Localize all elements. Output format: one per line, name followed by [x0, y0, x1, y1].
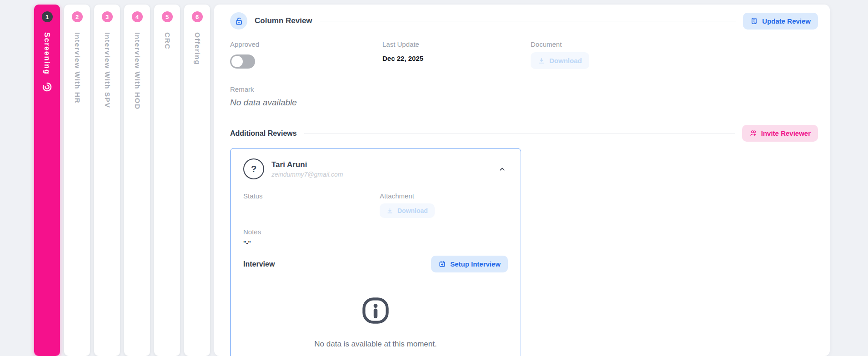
stage-tab-interview-hr[interactable]: 2 Interview With HR [64, 5, 90, 356]
interview-title: Interview [243, 260, 275, 268]
interview-header: Interview Setup Interview [243, 256, 508, 272]
stage-number-badge: 5 [162, 11, 173, 22]
stage-tab-interview-hod[interactable]: 4 Interview With HOD [124, 5, 150, 356]
remark-value: No data available [230, 98, 818, 108]
setup-interview-button[interactable]: Setup Interview [431, 256, 508, 272]
stage-number-badge: 3 [102, 11, 113, 22]
update-review-button[interactable]: Update Review [743, 13, 818, 30]
remark-label: Remark [230, 85, 818, 93]
stage-tab-label: Interview With HR [73, 32, 81, 104]
approved-label: Approved [230, 40, 382, 48]
attachment-label: Attachment [380, 192, 508, 200]
stage-tab-screening[interactable]: 1 Screening [34, 5, 60, 356]
notes-label: Notes [243, 228, 508, 236]
notes-field: Notes "-" [243, 228, 508, 247]
stage-number-badge: 2 [72, 11, 83, 22]
reviewer-name: Tari Aruni [271, 160, 343, 169]
additional-reviews-divider [304, 133, 735, 134]
attachment-field: Attachment Download [380, 192, 508, 218]
last-update-field: Last Update Dec 22, 2025 [382, 40, 531, 69]
download-icon [386, 208, 393, 214]
interview-empty-state: No data is available at this moment. [243, 296, 508, 349]
setup-interview-label: Setup Interview [450, 260, 501, 268]
document-label: Document [531, 40, 818, 48]
invite-reviewer-label: Invite Reviewer [761, 129, 811, 137]
invite-reviewer-button[interactable]: Invite Reviewer [742, 125, 818, 142]
stage-tab-label: Interview With HOD [133, 32, 141, 110]
update-review-label: Update Review [762, 17, 811, 25]
lock-open-icon [230, 12, 247, 30]
reviewer-fields: Status Attachment Download [243, 192, 508, 218]
download-icon [538, 57, 545, 64]
approved-field: Approved [230, 40, 382, 69]
column-review-panel: Column Review Update Review Approved [214, 5, 830, 356]
avatar: ? [243, 158, 264, 179]
last-update-value: Dec 22, 2025 [382, 54, 531, 62]
document-download-button[interactable]: Download [531, 52, 589, 69]
notes-value: "-" [243, 240, 508, 247]
stage-tab-interview-spv[interactable]: 3 Interview With SPV [94, 5, 120, 356]
chevron-up-icon [498, 165, 506, 173]
reviewer-email: zeindummy7@gmail.com [271, 171, 343, 178]
stage-number-badge: 1 [42, 11, 53, 22]
last-update-label: Last Update [382, 40, 531, 48]
reviewer-card-header[interactable]: ? Tari Aruni zeindummy7@gmail.com [243, 158, 508, 179]
stage-tab-label: Offering [193, 32, 201, 65]
page: 1 Screening 2 Interview With HR 3 Interv… [0, 0, 868, 356]
stage-tab-label: Interview With SPV [103, 32, 111, 108]
remark-field: Remark No data available [230, 85, 818, 108]
attachment-download-label: Download [397, 207, 428, 214]
empty-state-message: No data is available at this moment. [243, 340, 508, 349]
file-check-icon [750, 17, 758, 25]
approved-toggle[interactable] [230, 54, 255, 69]
stage-number-badge: 6 [192, 11, 203, 22]
toggle-knob [231, 56, 243, 67]
info-icon [361, 296, 390, 325]
stage-tab-label: Screening [43, 32, 51, 74]
status-field: Status [243, 192, 380, 218]
additional-reviews-title: Additional Reviews [230, 129, 297, 138]
reviewer-card: ? Tari Aruni zeindummy7@gmail.com Status [230, 148, 521, 356]
header-divider [320, 21, 736, 21]
document-field: Document Download [531, 40, 818, 69]
stage-tab-crc[interactable]: 5 CRC [154, 5, 180, 356]
calendar-plus-icon [438, 260, 446, 268]
stage-number-badge: 4 [132, 11, 143, 22]
user-plus-icon [749, 129, 757, 137]
page-title: Column Review [255, 16, 312, 25]
status-label: Status [243, 192, 380, 200]
column-review-header: Column Review Update Review [230, 12, 818, 30]
stage-tab-offering[interactable]: 6 Offering [184, 5, 210, 356]
interview-divider [282, 264, 424, 264]
review-fields: Approved Last Update Dec 22, 2025 Docume… [230, 40, 818, 69]
collapse-reviewer-button[interactable] [497, 163, 508, 175]
additional-reviews-header: Additional Reviews Invite Reviewer [230, 125, 818, 142]
attachment-download-button[interactable]: Download [380, 203, 435, 218]
stage-tab-label: CRC [163, 32, 171, 49]
document-download-label: Download [549, 57, 582, 64]
loading-spinner-icon [42, 82, 52, 92]
